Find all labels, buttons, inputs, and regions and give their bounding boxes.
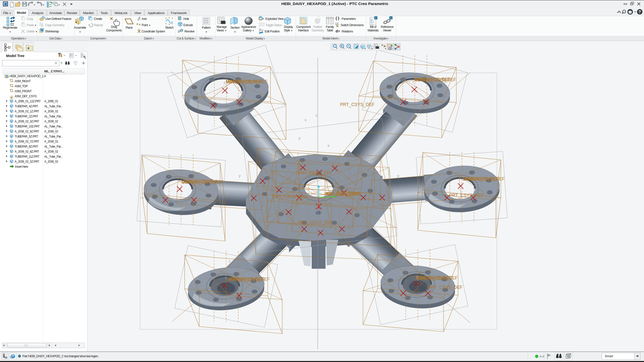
svg-text:y: y <box>239 173 241 178</box>
svg-text:PRT_CSYS_DEF: PRT_CSYS_DEF <box>298 170 333 176</box>
svg-text:INHORN_CSYS: INHORN_CSYS <box>226 79 258 85</box>
svg-text:x: x <box>385 182 387 187</box>
svg-text:z: z <box>254 182 256 187</box>
svg-text:INHORN_CSYS: INHORN_CSYS <box>416 276 448 281</box>
svg-text:i: i <box>391 17 391 19</box>
svg-text:z: z <box>315 209 317 213</box>
svg-text:x: x <box>328 143 330 148</box>
svg-text:INHORN_CSYS: INHORN_CSYS <box>463 177 495 182</box>
svg-text:y: y <box>322 214 324 218</box>
svg-text:?: ? <box>638 10 641 14</box>
svg-text:PRT_CSYS_DEF: PRT_CSYS_DEF <box>273 194 307 200</box>
svg-text:INHORN_CSYS: INHORN_CSYS <box>182 180 214 185</box>
svg-text:PRT_CSYS_DEF: PRT_CSYS_DEF <box>299 220 333 225</box>
svg-text:x: x <box>305 118 307 122</box>
svg-text:x: x <box>178 178 180 183</box>
svg-text:x: x <box>402 259 404 263</box>
svg-text:y: y <box>299 136 301 140</box>
svg-text:PRT_CSYS_DEF: PRT_CSYS_DEF <box>449 193 484 198</box>
svg-text:i: i <box>376 17 376 19</box>
svg-text:z: z <box>319 156 321 160</box>
svg-text:z: z <box>224 80 226 85</box>
svg-text:x: x <box>225 275 227 280</box>
svg-text:15: 15 <box>336 23 338 25</box>
svg-text:PRT_CSYS_DEF: PRT_CSYS_DEF <box>340 102 375 107</box>
svg-text:y: y <box>241 265 243 269</box>
svg-text:INHORN_CSYS: INHORN_CSYS <box>415 77 447 83</box>
svg-text:z: z <box>459 176 461 180</box>
svg-text:x: x <box>302 204 304 208</box>
svg-text:z: z <box>412 79 414 84</box>
svg-text:INHORN_CSYS: INHORN_CSYS <box>228 277 260 282</box>
svg-text:y: y <box>416 274 418 278</box>
svg-text:z: z <box>315 113 317 117</box>
svg-text:z: z <box>229 259 231 263</box>
svg-text:( ): ( ) <box>336 16 339 21</box>
svg-text:PRT_CSYS_DEF: PRT_CSYS_DEF <box>428 285 463 290</box>
svg-text:y: y <box>397 173 399 178</box>
svg-text:AIR_DES_CSYS: AIR_DES_CSYS <box>326 192 359 197</box>
